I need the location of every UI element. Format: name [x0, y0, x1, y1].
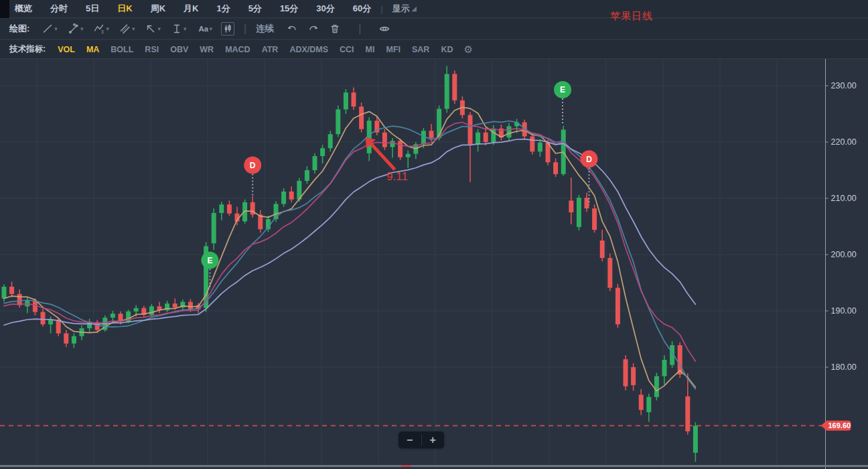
- zigzag-tool[interactable]: 3▾: [92, 22, 111, 36]
- ma-fast-line: [4, 107, 695, 391]
- pitchfork-tool[interactable]: ▾: [66, 22, 86, 36]
- toggle-visibility-icon[interactable]: [377, 22, 392, 36]
- candle: [320, 145, 325, 163]
- indicator-wr[interactable]: WR: [200, 45, 214, 54]
- candle: [639, 389, 644, 415]
- period-tab-2[interactable]: 分时: [50, 3, 68, 15]
- toolbar-divider: |: [380, 4, 382, 14]
- text-tool[interactable]: Aa▾: [196, 22, 215, 36]
- candle: [390, 138, 395, 157]
- period-tab-7[interactable]: 1分: [216, 3, 230, 15]
- display-menu[interactable]: 显示 ◢: [392, 3, 417, 15]
- arrow-tool[interactable]: ▾: [143, 22, 163, 36]
- candle: [577, 195, 581, 230]
- candle: [87, 319, 92, 332]
- candle: [585, 193, 589, 212]
- svg-text:9.11: 9.11: [386, 170, 408, 183]
- signal-marker-e[interactable]: E: [554, 81, 571, 123]
- candle: [165, 301, 169, 312]
- toolbar-divider: |: [358, 23, 361, 35]
- indicator-vol[interactable]: VOL: [58, 45, 75, 54]
- chart-watermark: 苹果日线: [610, 10, 653, 23]
- indicator-mfi[interactable]: MFI: [386, 45, 401, 54]
- candle: [352, 88, 356, 111]
- candle: [553, 158, 558, 177]
- price-axis[interactable]: 230.00220.00210.00200.00190.00180.00: [826, 59, 857, 469]
- candle: [561, 126, 566, 176]
- candle: [569, 178, 573, 224]
- period-tab-3[interactable]: 5日: [86, 3, 99, 15]
- zoom-controls: − +: [399, 431, 444, 448]
- chevron-down-icon: ▾: [210, 26, 213, 32]
- candle: [9, 281, 14, 297]
- grid: [0, 59, 826, 469]
- candle: [484, 128, 488, 145]
- period-tabs: 概览分时5日日K周K月K1分5分15分30分60分: [15, 3, 371, 15]
- redo-icon[interactable]: [306, 22, 321, 36]
- channel-tool[interactable]: ▾: [118, 22, 137, 36]
- candle: [476, 129, 480, 152]
- candle: [141, 306, 146, 318]
- zoom-out-button[interactable]: −: [399, 431, 421, 448]
- period-tab-9[interactable]: 15分: [280, 3, 298, 15]
- gear-icon[interactable]: ⚙: [463, 44, 472, 56]
- toolbar-divider: |: [244, 23, 246, 35]
- scrollbar-position-marker: [401, 465, 411, 467]
- line-tool[interactable]: ▾: [40, 22, 60, 36]
- period-tab-11[interactable]: 60分: [353, 3, 371, 15]
- candlestick-chart[interactable]: EDED9.11230.00220.00210.00200.00190.0018…: [0, 59, 868, 469]
- axis-tick-label: 210.00: [831, 194, 857, 203]
- candle: [313, 153, 317, 174]
- candle-measure-tool[interactable]: [221, 22, 234, 36]
- indicator-adx-dms[interactable]: ADX/DMS: [289, 45, 328, 54]
- indicator-rsi[interactable]: RSI: [145, 45, 159, 54]
- period-tab-6[interactable]: 月K: [184, 3, 198, 15]
- drawing-tools: ▾▾3▾▾▾▾Aa▾: [40, 22, 234, 36]
- signal-marker-d[interactable]: D: [244, 156, 261, 196]
- chart-canvas: EDED9.11230.00220.00210.00200.00190.0018…: [0, 59, 868, 469]
- candle: [507, 123, 512, 141]
- zoom-in-button[interactable]: +: [422, 431, 445, 448]
- indicator-sar[interactable]: SAR: [412, 45, 429, 54]
- candle: [64, 330, 68, 347]
- period-tab-4[interactable]: 日K: [117, 3, 132, 15]
- period-tab-1[interactable]: 概览: [15, 3, 32, 15]
- indicator-macd[interactable]: MACD: [225, 45, 250, 54]
- undo-icon[interactable]: [285, 22, 299, 36]
- candle: [693, 422, 698, 462]
- chevron-down-icon: ▾: [54, 26, 58, 32]
- period-tab-5[interactable]: 周K: [151, 3, 165, 15]
- svg-text:Aa: Aa: [198, 25, 208, 33]
- svg-text:E: E: [207, 256, 212, 265]
- delete-drawings-icon[interactable]: [328, 22, 342, 36]
- indicators-label: 技术指标:: [9, 44, 46, 55]
- indicator-cci[interactable]: CCI: [340, 45, 354, 54]
- vertical-range-tool[interactable]: ▾: [169, 22, 189, 36]
- indicator-ma[interactable]: MA: [86, 45, 99, 54]
- axis-tick-label: 230.00: [831, 81, 857, 90]
- period-tab-8[interactable]: 5分: [248, 3, 262, 15]
- candle: [359, 103, 364, 133]
- candle: [398, 139, 403, 160]
- indicator-obv[interactable]: OBV: [170, 45, 188, 54]
- indicator-atr[interactable]: ATR: [262, 45, 279, 54]
- time-scrollbar[interactable]: [0, 465, 868, 467]
- svg-text:169.60: 169.60: [828, 421, 851, 429]
- candle: [406, 151, 411, 168]
- axis-tick-label: 220.00: [831, 137, 857, 147]
- candle: [382, 129, 387, 150]
- candle: [468, 112, 473, 182]
- indicator-mi[interactable]: MI: [366, 45, 375, 54]
- indicator-boll[interactable]: BOLL: [111, 45, 133, 54]
- period-tab-10[interactable]: 30分: [316, 3, 334, 15]
- candle: [499, 125, 504, 141]
- candle: [250, 196, 255, 218]
- candle: [328, 131, 333, 151]
- candle: [344, 89, 348, 114]
- indicator-kd[interactable]: KD: [441, 45, 453, 54]
- edit-tools: |: [285, 22, 392, 36]
- drawing-label: 绘图:: [9, 23, 29, 35]
- chevron-down-icon: ▾: [80, 26, 84, 32]
- svg-text:D: D: [586, 155, 592, 164]
- continuous-draw-toggle[interactable]: 连续: [256, 23, 274, 35]
